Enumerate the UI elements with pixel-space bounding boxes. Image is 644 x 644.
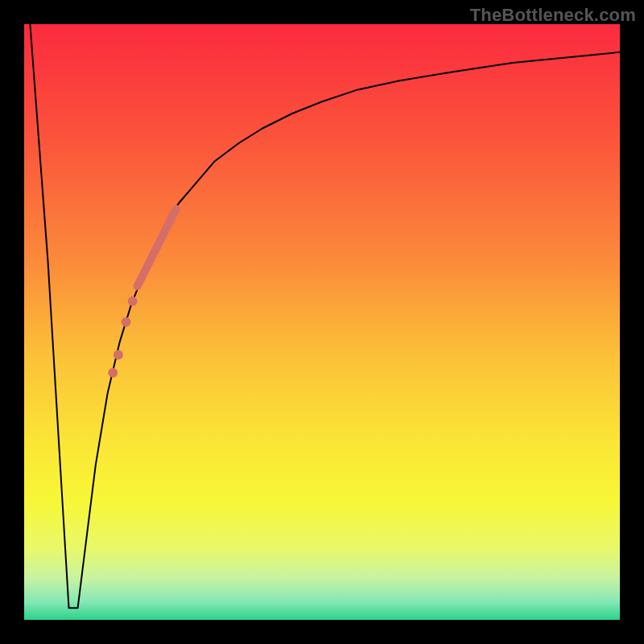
watermark: TheBottleneck.com [470, 5, 636, 26]
chart-svg [24, 24, 620, 620]
highlight-dot [108, 368, 118, 378]
gradient-bg [24, 24, 620, 620]
highlight-dot [128, 296, 138, 306]
plot-area [24, 24, 620, 620]
highlight-dot [122, 317, 131, 327]
chart-frame: TheBottleneck.com [0, 0, 644, 644]
highlight-dot [114, 350, 123, 360]
